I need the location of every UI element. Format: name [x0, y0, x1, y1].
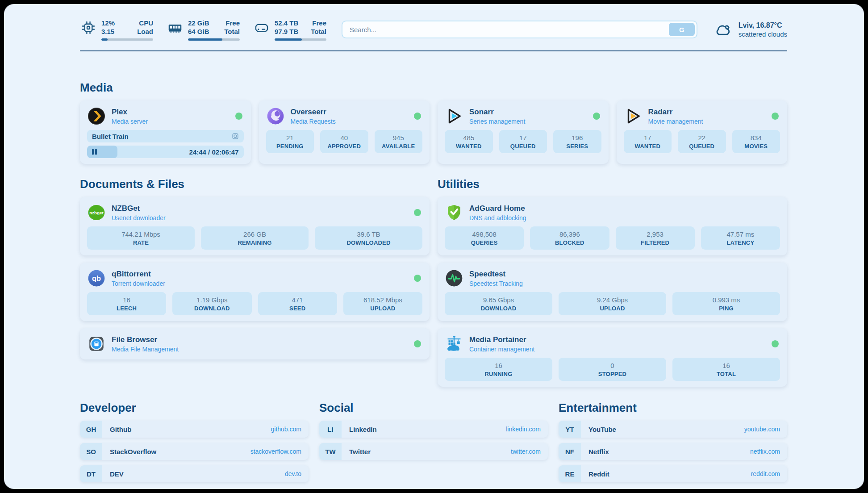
search-engine-button[interactable]: G: [669, 23, 695, 36]
disk-total-label: Total: [311, 27, 326, 36]
link-row-netflix[interactable]: NF Netflix netflix.com: [559, 443, 787, 460]
dashboard-frame: 12% 3.15 CPU Load: [0, 0, 868, 493]
app-title: Plex: [112, 108, 148, 117]
link-badge: DT: [80, 465, 102, 482]
app-title: Media Portainer: [469, 335, 534, 344]
app-title: File Browser: [112, 335, 179, 344]
section-title-social: Social: [319, 401, 548, 414]
app-title: qBittorrent: [112, 270, 165, 279]
app-card-nzbget[interactable]: nzbget NZBGet Usenet downloader 744.21 M…: [80, 197, 430, 255]
link-url[interactable]: linkedin.com: [506, 426, 548, 433]
app-title: Overseerr: [291, 108, 336, 117]
link-row-dev[interactable]: DT DEV dev.to: [80, 465, 309, 482]
app-card-filebrowser[interactable]: File Browser Media File Management: [80, 328, 430, 359]
stat-tile: 16 LEECH: [87, 292, 166, 315]
app-card-qbittorrent[interactable]: qb qBittorrent Torrent downloader 16 LEE…: [80, 263, 430, 321]
stat-tile: 17 WANTED: [624, 130, 672, 153]
ram-free-value: 22 GiB: [188, 19, 209, 28]
stat-tile: 16 RUNNING: [445, 358, 552, 381]
ram-total-label: Total: [224, 27, 240, 36]
cpu-stat-widget: 12% 3.15 CPU Load: [80, 19, 153, 41]
stat-tile: 9.24 Gbps UPLOAD: [559, 292, 666, 315]
entertainment-column: Entertainment YT YouTube youtube.com NF …: [559, 387, 787, 488]
status-online-dot: [593, 113, 600, 120]
ram-icon: [167, 19, 184, 36]
search-bar[interactable]: G: [342, 21, 697, 38]
app-title: Radarr: [648, 108, 703, 117]
status-online-dot: [414, 340, 421, 347]
app-card-radarr[interactable]: Radarr Movie management 17 WANTED 22 QUE…: [617, 100, 788, 164]
pause-icon: [92, 149, 97, 155]
stat-tile: 618.52 Mbps UPLOAD: [343, 292, 422, 315]
status-online-dot: [772, 113, 779, 120]
status-online-dot: [235, 113, 242, 120]
app-subtitle: Movie management: [648, 118, 703, 125]
filebrowser-icon: [87, 334, 106, 353]
stat-tile: 945 AVAILABLE: [375, 130, 423, 153]
link-row-stackoverflow[interactable]: SO StackOverflow stackoverflow.com: [80, 443, 309, 460]
ram-stat-widget: 22 GiB 64 GiB Free Total: [167, 19, 240, 41]
link-row-youtube[interactable]: YT YouTube youtube.com: [559, 421, 787, 438]
adguard-icon: [445, 203, 463, 222]
link-row-twitter[interactable]: TW Twitter twitter.com: [319, 443, 548, 460]
sonarr-icon: [445, 107, 463, 125]
link-badge: YT: [559, 421, 581, 438]
disk-free-label: Free: [311, 19, 326, 28]
section-title-media: Media: [80, 81, 787, 94]
stat-tile: 834 MOVIES: [732, 130, 780, 153]
link-badge: SO: [80, 443, 102, 460]
app-card-adguard[interactable]: AdGuard Home DNS and adblocking 498,508 …: [438, 197, 787, 255]
portainer-icon: [445, 334, 463, 353]
cpu-load-label: Load: [137, 27, 153, 36]
link-url[interactable]: netflix.com: [750, 448, 787, 455]
media-grid: Plex Media server Bullet Train 24:44 / 0…: [80, 100, 787, 164]
stat-tile: 1.19 Gbps DOWNLOAD: [172, 292, 251, 315]
status-online-dot: [772, 340, 779, 347]
link-row-github[interactable]: GH Github github.com: [80, 421, 309, 438]
link-row-linkedin[interactable]: LI LinkedIn linkedin.com: [319, 421, 548, 438]
top-bar: 12% 3.15 CPU Load: [80, 16, 787, 43]
ram-free-label: Free: [224, 19, 240, 28]
search-input[interactable]: [350, 26, 669, 33]
now-playing-row: Bullet Train: [87, 130, 244, 142]
stat-tile: 266 GB REMAINING: [201, 226, 309, 250]
stat-tile: 485 WANTED: [445, 130, 493, 153]
link-url[interactable]: twitter.com: [511, 448, 548, 455]
link-url[interactable]: github.com: [271, 426, 309, 433]
ram-total-value: 64 GiB: [188, 27, 209, 36]
section-title-entertainment: Entertainment: [559, 401, 787, 414]
header-divider: [80, 50, 787, 51]
app-card-speedtest[interactable]: Speedtest Speedtest Tracking 9.65 Gbps D…: [438, 263, 787, 321]
disk-progress-bar: [275, 38, 326, 41]
stat-tile: 40 APPROVED: [320, 130, 368, 153]
stat-tile: 47.57 ms LATENCY: [701, 226, 780, 250]
app-subtitle: Media Requests: [291, 118, 336, 125]
app-subtitle: Speedtest Tracking: [469, 280, 523, 287]
stat-tile: 471 SEED: [258, 292, 337, 315]
app-card-plex[interactable]: Plex Media server Bullet Train 24:44 / 0…: [80, 100, 251, 164]
stat-tile: 196 SERIES: [553, 130, 601, 153]
link-url[interactable]: reddit.com: [751, 470, 787, 477]
app-card-overseerr[interactable]: Overseerr Media Requests 21 PENDING 40 A…: [259, 100, 430, 164]
app-subtitle: Torrent downloader: [112, 280, 165, 287]
link-url[interactable]: youtube.com: [744, 426, 787, 433]
app-card-portainer[interactable]: Media Portainer Container management 16 …: [438, 328, 787, 387]
link-row-reddit[interactable]: RE Reddit reddit.com: [559, 465, 787, 482]
app-subtitle: Series management: [469, 118, 525, 125]
link-name: Reddit: [581, 470, 751, 478]
stat-tile: 39.6 TB DOWNLOADED: [315, 226, 422, 250]
app-card-sonarr[interactable]: Sonarr Series management 485 WANTED 17 Q…: [438, 100, 609, 164]
link-url[interactable]: dev.to: [285, 470, 309, 477]
stat-tile: 2,953 FILTERED: [616, 226, 695, 250]
playback-time: 24:44 / 02:06:47: [189, 148, 239, 156]
disk-stat-widget: 52.4 TB 97.9 TB Free Total: [253, 19, 326, 41]
cpu-usage-value: 12%: [101, 19, 115, 28]
svg-text:qb: qb: [92, 274, 101, 282]
stat-tile: 86,396 BLOCKED: [530, 226, 609, 250]
weather-widget: Lviv, 16.87°C scattered clouds: [713, 21, 787, 38]
plex-icon: [87, 107, 106, 125]
stat-tile: 0.993 ms PING: [672, 292, 780, 315]
link-url[interactable]: stackoverflow.com: [250, 448, 309, 455]
svg-text:nzbget: nzbget: [89, 210, 104, 215]
app-title: NZBGet: [112, 204, 166, 213]
